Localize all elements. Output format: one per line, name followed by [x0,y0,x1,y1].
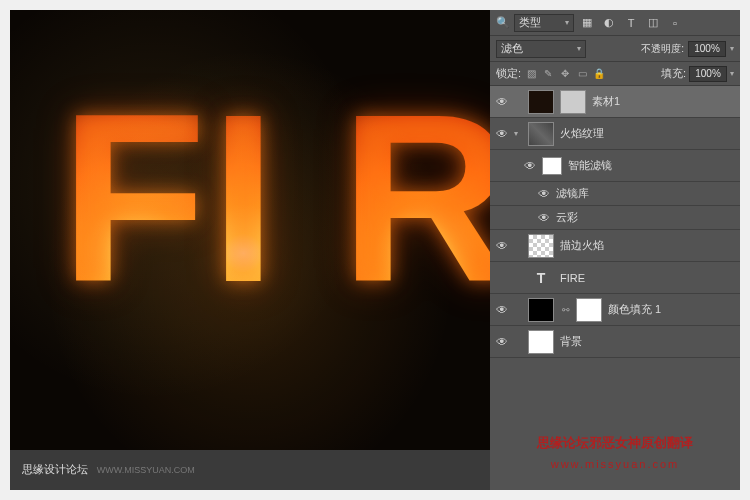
layer-mask-thumbnail[interactable] [560,90,586,114]
layer-mask-thumbnail[interactable] [576,298,602,322]
smart-filter-mask[interactable] [542,157,562,175]
layer-filter-row: 🔍 类型 ▾ ▦ ◐ T ◫ ▫ [490,10,740,36]
layer-thumbnail[interactable] [528,90,554,114]
layer-flame-texture[interactable]: 👁 ▾ 火焰纹理 [490,118,740,150]
blend-mode-row: 滤色 ▾ 不透明度: ▾ [490,36,740,62]
fill-label: 填充: [661,66,686,81]
collapse-icon[interactable]: ▾ [514,129,528,138]
layer-label: 颜色填充 1 [608,302,734,317]
visibility-toggle[interactable]: 👁 [532,211,556,225]
layer-material1[interactable]: 👁 素材1 [490,86,740,118]
visibility-toggle[interactable]: 👁 [490,335,514,349]
layer-thumbnail[interactable] [528,330,554,354]
search-icon[interactable]: 🔍 [496,16,510,29]
layers-panel: 🔍 类型 ▾ ▦ ◐ T ◫ ▫ 滤色 ▾ 不透明度: ▾ 锁定: ▨ ✎ ✥ [490,10,740,490]
filter-image-icon[interactable]: ▦ [578,14,596,32]
filter-smart-icon[interactable]: ▫ [666,14,684,32]
filter-kind-label: 类型 [519,15,541,30]
flame-overlay [10,10,490,450]
lock-row: 锁定: ▨ ✎ ✥ ▭ 🔒 填充: ▾ [490,62,740,86]
lock-transparent-icon[interactable]: ▨ [524,67,538,81]
layer-smart-filters[interactable]: 👁 智能滤镜 [490,150,740,182]
lock-all-icon[interactable]: 🔒 [592,67,606,81]
chevron-down-icon[interactable]: ▾ [730,69,734,78]
layer-label: 云彩 [556,210,734,225]
watermark-text: 思缘论坛邪恶女神原创翻译 [498,434,732,452]
text-layer-icon: T [528,267,554,289]
chevron-down-icon: ▾ [565,18,569,27]
visibility-toggle[interactable]: 👁 [518,159,542,173]
layers-list: 👁 素材1 👁 ▾ 火焰纹理 👁 智能滤镜 👁 滤镜库 [490,86,740,358]
opacity-input[interactable] [688,41,726,57]
layer-label: 描边火焰 [560,238,734,253]
visibility-toggle[interactable]: 👁 [490,95,514,109]
layer-label: 滤镜库 [556,186,734,201]
layer-thumbnail[interactable] [528,234,554,258]
layer-label: 火焰纹理 [560,126,734,141]
blend-mode-value: 滤色 [501,41,523,56]
visibility-toggle[interactable]: 👁 [532,187,556,201]
visibility-toggle[interactable]: 👁 [490,239,514,253]
visibility-toggle[interactable]: 👁 [490,303,514,317]
layer-label: FIRE [560,272,734,284]
layer-background[interactable]: 👁 背景 [490,326,740,358]
watermark-url: www.missyuan.com [490,458,740,470]
layer-label: 背景 [560,334,734,349]
layer-stroke-flame[interactable]: 👁 描边火焰 [490,230,740,262]
fill-input[interactable] [689,66,727,82]
fill-thumbnail[interactable] [528,298,554,322]
filter-adjust-icon[interactable]: ◐ [600,14,618,32]
opacity-label: 不透明度: [641,42,684,56]
link-icon[interactable]: ⚯ [562,305,574,315]
lock-artboard-icon[interactable]: ▭ [575,67,589,81]
chevron-down-icon[interactable]: ▾ [730,44,734,53]
canvas-footer: 思缘设计论坛 WWW.MISSYUAN.COM [10,450,490,490]
lock-brush-icon[interactable]: ✎ [541,67,555,81]
lock-label: 锁定: [496,66,521,81]
chevron-down-icon: ▾ [577,44,581,53]
footer-site: 思缘设计论坛 [22,463,88,475]
layer-filter-gallery[interactable]: 👁 滤镜库 [490,182,740,206]
layer-label: 素材1 [592,94,734,109]
document-canvas[interactable]: F I R [10,10,490,450]
layer-clouds[interactable]: 👁 云彩 [490,206,740,230]
blend-mode-dropdown[interactable]: 滤色 ▾ [496,40,586,58]
layer-fire-text[interactable]: 👁 T FIRE [490,262,740,294]
visibility-toggle[interactable]: 👁 [490,127,514,141]
layer-color-fill[interactable]: 👁 ⚯ 颜色填充 1 [490,294,740,326]
filter-text-icon[interactable]: T [622,14,640,32]
filter-shape-icon[interactable]: ◫ [644,14,662,32]
filter-kind-dropdown[interactable]: 类型 ▾ [514,14,574,32]
layer-thumbnail[interactable] [528,122,554,146]
lock-position-icon[interactable]: ✥ [558,67,572,81]
layer-label: 智能滤镜 [568,158,734,173]
footer-url: WWW.MISSYUAN.COM [97,465,195,475]
